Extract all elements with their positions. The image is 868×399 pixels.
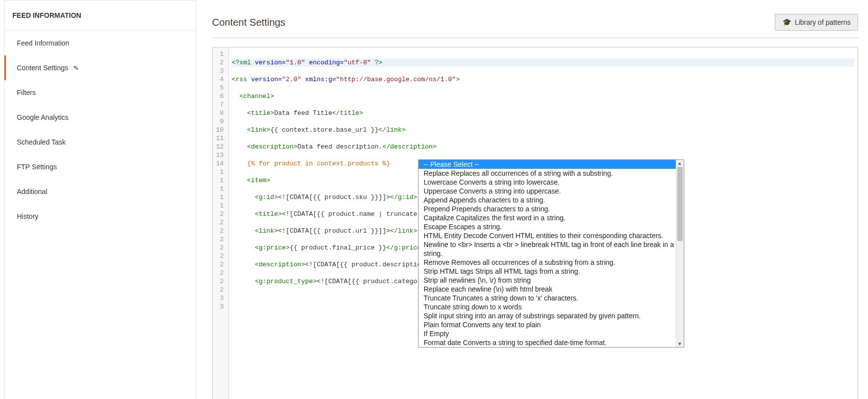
dropdown-option[interactable]: Replace Replaces all occurrences of a st… bbox=[419, 169, 684, 178]
dropdown-option[interactable]: Split input string into an array of subs… bbox=[419, 311, 684, 320]
sidebar-item-additional[interactable]: Additional bbox=[4, 179, 196, 204]
sidebar-item-filters[interactable]: Filters bbox=[4, 80, 196, 105]
dropdown-option[interactable]: Strip HTML tags Strips all HTML tags fro… bbox=[419, 267, 684, 276]
sidebar: FEED INFORMATION Feed Information Conten… bbox=[4, 0, 196, 399]
sidebar-item-label: Google Analytics bbox=[17, 113, 68, 121]
dropdown-option[interactable]: -- Please Select -- bbox=[419, 160, 684, 169]
scroll-down-icon: ▼ bbox=[677, 341, 682, 347]
sidebar-item-ftp-settings[interactable]: FTP Settings bbox=[4, 154, 196, 179]
scroll-thumb[interactable] bbox=[677, 167, 683, 241]
sidebar-item-scheduled-task[interactable]: Scheduled Task bbox=[4, 130, 196, 154]
filter-dropdown-list[interactable]: -- Please Select --Replace Replaces all … bbox=[418, 159, 684, 348]
dropdown-option[interactable]: If Empty bbox=[419, 329, 684, 338]
dropdown-option[interactable]: Lowercase Converts a string into lowerca… bbox=[419, 178, 684, 187]
page-title: Content Settings bbox=[212, 17, 285, 28]
dropdown-option[interactable]: Newline to <br> Inserts a <br > linebrea… bbox=[419, 240, 684, 258]
dropdown-option[interactable]: Truncate string down to x words bbox=[419, 302, 684, 311]
dropdown-option[interactable]: Format date Converts a string to specifi… bbox=[419, 338, 684, 347]
dropdown-option[interactable]: HTML Entity Decode Convert HTML entities… bbox=[419, 231, 684, 240]
sidebar-item-label: FTP Settings bbox=[17, 163, 57, 171]
sidebar-item-history[interactable]: History bbox=[4, 204, 196, 229]
sidebar-item-feed-information[interactable]: Feed Information bbox=[4, 31, 196, 55]
dropdown-option[interactable]: Plain format Converts any text to plain bbox=[419, 320, 684, 329]
sidebar-item-label: Feed Information bbox=[17, 39, 69, 47]
dropdown-option[interactable]: Prepend Prepends characters to a string. bbox=[419, 204, 684, 213]
scrollbar[interactable]: ▲ ▼ bbox=[676, 160, 684, 347]
dropdown-option[interactable]: Append Appends characters to a string. bbox=[419, 196, 684, 204]
dropdown-option[interactable]: Truncate Truncates a string down to 'x' … bbox=[419, 294, 684, 302]
dropdown-option[interactable]: Escape Escapes a string. bbox=[419, 222, 684, 231]
sidebar-item-label: Content Settings bbox=[17, 64, 68, 72]
library-of-patterns-button[interactable]: 🎓 Library of patterns bbox=[775, 14, 858, 31]
sidebar-item-content-settings[interactable]: Content Settings ✎ bbox=[4, 55, 196, 80]
sidebar-title: FEED INFORMATION bbox=[4, 0, 196, 31]
sidebar-item-label: Additional bbox=[17, 188, 48, 196]
sidebar-item-label: History bbox=[17, 212, 39, 220]
dropdown-option[interactable]: Replace each newline (\n) with html brea… bbox=[419, 285, 684, 294]
sidebar-item-label: Scheduled Task bbox=[17, 138, 66, 146]
main-panel: Content Settings 🎓 Library of patterns 1… bbox=[196, 0, 868, 399]
pencil-icon: ✎ bbox=[73, 64, 79, 72]
dropdown-option[interactable]: Remove Removes all occurrences of a subs… bbox=[419, 258, 684, 267]
line-gutter: 123456789101112131411111222222222233 bbox=[213, 48, 229, 399]
dropdown-option[interactable]: Strip all newlines (\n, \r) from string bbox=[419, 276, 684, 285]
dropdown-option[interactable]: Uppercase Converts a string into upperca… bbox=[419, 187, 684, 196]
graduation-cap-icon: 🎓 bbox=[782, 18, 792, 27]
scroll-up-icon: ▲ bbox=[677, 160, 682, 166]
library-button-label: Library of patterns bbox=[795, 18, 851, 26]
sidebar-item-label: Filters bbox=[17, 89, 36, 97]
sidebar-item-google-analytics[interactable]: Google Analytics bbox=[4, 105, 196, 130]
dropdown-option[interactable]: Capitalize Capitalizes the first word in… bbox=[419, 213, 684, 222]
